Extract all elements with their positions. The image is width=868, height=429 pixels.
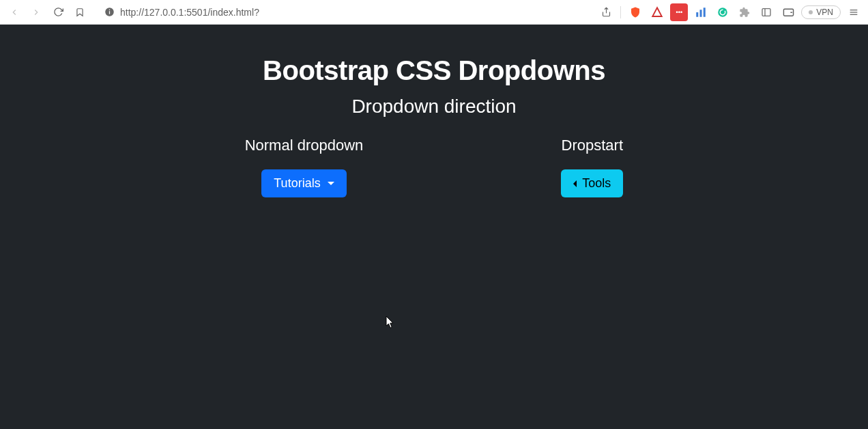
label-dropstart: Dropstart [562,137,623,154]
site-info-icon[interactable] [104,7,115,18]
vpn-status-dot [809,10,813,14]
toolbar-right: ••• VPN [597,3,863,21]
extensions-button[interactable] [736,3,753,21]
reload-button[interactable] [49,3,67,21]
extension-bars-icon[interactable] [692,3,710,21]
url-text: http://127.0.0.1:5501/index.html? [120,7,259,18]
address-bar[interactable]: http://127.0.0.1:5501/index.html? [97,3,589,21]
brave-shields-icon[interactable] [626,3,644,21]
tutorials-button-label: Tutorials [274,176,320,191]
svg-rect-6 [704,8,706,17]
column-dropstart: Dropstart Tools [561,137,623,197]
wallet-icon[interactable] [779,3,797,21]
tutorials-dropdown-button[interactable]: Tutorials [261,169,346,197]
extension-red-icon[interactable]: ••• [670,3,688,21]
extension-triangle-icon[interactable] [648,3,666,21]
caret-left-icon [573,180,577,187]
svg-rect-8 [762,8,770,16]
page-title: Bootstrap CSS Dropdowns [0,55,868,86]
svg-rect-2 [108,10,109,10]
extension-green-icon[interactable] [714,3,732,21]
share-button[interactable] [597,3,615,21]
page-viewport: Bootstrap CSS Dropdowns Dropdown directi… [0,25,868,429]
cursor-icon [386,316,395,329]
vpn-label: VPN [816,8,833,17]
browser-toolbar: http://127.0.0.1:5501/index.html? ••• [0,0,868,25]
extension-red-label: ••• [676,9,682,16]
svg-rect-1 [108,11,109,14]
svg-rect-5 [700,10,702,17]
forward-button[interactable] [27,3,45,21]
vpn-button[interactable]: VPN [801,5,841,19]
columns: Normal dropdown Tutorials Dropstart Tool… [0,137,868,197]
page-subtitle: Dropdown direction [0,96,868,117]
menu-button[interactable] [845,3,863,21]
label-normal: Normal dropdown [245,137,364,154]
back-button[interactable] [5,3,23,21]
svg-rect-4 [697,12,699,17]
column-normal: Normal dropdown Tutorials [245,137,364,197]
bookmark-button[interactable] [71,3,89,21]
divider [620,6,621,18]
sidebar-toggle-icon[interactable] [757,3,775,21]
page-content: Bootstrap CSS Dropdowns Dropdown directi… [0,25,868,197]
caret-down-icon [328,182,334,185]
svg-point-7 [719,8,728,17]
tools-dropstart-button[interactable]: Tools [561,169,623,197]
tools-button-label: Tools [582,176,611,191]
